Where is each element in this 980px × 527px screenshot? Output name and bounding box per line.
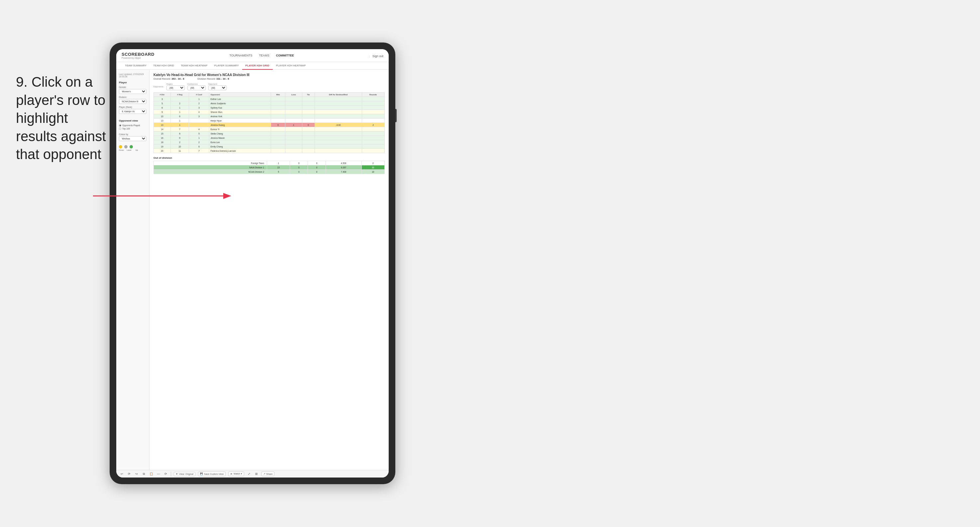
- cell-opponent: Sydney Kuo: [209, 106, 271, 110]
- overall-record-label: Overall Record: 353 - 34 - 6: [153, 77, 185, 80]
- save-icon: 💾: [200, 473, 203, 475]
- colour-by-select[interactable]: Win/loss: [119, 136, 146, 141]
- table-row[interactable]: 15 8 5 Stella Chang: [154, 132, 385, 136]
- cell-reg: [170, 97, 189, 101]
- cell-div: 15: [154, 132, 171, 136]
- col-rounds: Rounds: [362, 93, 384, 97]
- cell-win: [271, 140, 285, 144]
- opponent-select[interactable]: (All): [208, 85, 227, 90]
- gender-select[interactable]: Women's: [119, 89, 146, 94]
- grid-icon[interactable]: ⊞: [254, 471, 259, 476]
- cell-win: [271, 132, 285, 136]
- table-row[interactable]: NAIA Division 1 15 0 0 9.267 30: [154, 165, 385, 170]
- col-div: # Div: [154, 93, 171, 97]
- redo-icon[interactable]: ↪: [134, 471, 139, 476]
- table-row[interactable]: 19 10 6 Emily Chang: [154, 144, 385, 149]
- save-custom-button[interactable]: 💾 Save Custom View: [198, 471, 226, 476]
- conference-select[interactable]: (All): [187, 85, 206, 90]
- cell-win: 15: [267, 165, 290, 170]
- cell-conf: 2: [189, 101, 209, 106]
- cell-reg: 10: [170, 144, 189, 149]
- table-row[interactable]: 13 1 Heejo Hyun: [154, 119, 385, 123]
- cell-reg: 8: [170, 132, 189, 136]
- tab-team-h2h-grid[interactable]: TEAM H2H GRID: [150, 62, 177, 70]
- cell-tie: 0: [308, 170, 326, 174]
- cell-rounds: [362, 140, 384, 144]
- opponents-filter-group: Opponents:: [153, 86, 164, 88]
- tab-player-summary[interactable]: PLAYER SUMMARY: [211, 62, 242, 70]
- conference-filter-label: Conference: [187, 83, 206, 85]
- tablet-side-button: [395, 109, 397, 122]
- table-row[interactable]: 20 11 7 Federica Domecq Lacroze: [154, 149, 385, 153]
- division-record-label: Division Record: 331 - 34 - 6: [198, 77, 229, 80]
- table-row[interactable]: 18 2 2 Euna Lee: [154, 140, 385, 144]
- view-icon: 👁: [176, 473, 178, 475]
- table-row[interactable]: 14 7 4 Eunice Yi: [154, 127, 385, 132]
- tab-player-h2h-grid[interactable]: PLAYER H2H GRID: [242, 62, 273, 70]
- edit-icon[interactable]: —: [156, 471, 161, 476]
- step-number: 9.: [16, 74, 27, 90]
- cell-tie: [302, 127, 315, 132]
- tablet-frame: SCOREBOARD Powered by clippd TOURNAMENTS…: [110, 43, 395, 484]
- opponent-view-section: Opponent view Opponents Played Top 100: [119, 119, 146, 130]
- conference-filter-group: Conference (All): [187, 83, 206, 90]
- cell-tie: [302, 101, 315, 106]
- cell-tie: [302, 110, 315, 114]
- radio-opponents-played[interactable]: Opponents Played: [119, 124, 146, 127]
- cell-conf: 1: [189, 136, 209, 140]
- undo-icon[interactable]: ↩: [119, 471, 124, 476]
- nav-committee[interactable]: COMMITTEE: [276, 54, 294, 57]
- table-row[interactable]: 16 9 1 Jessica Mason: [154, 136, 385, 140]
- table-row[interactable]: 6 1 3 Sydney Kuo: [154, 106, 385, 110]
- copy-icon[interactable]: ⧉: [142, 471, 146, 476]
- cell-div: 5: [154, 101, 171, 106]
- tab-team-summary[interactable]: TEAM SUMMARY: [122, 62, 150, 70]
- table-row[interactable]: 9 1 4 Sharon Mun: [154, 110, 385, 114]
- sign-out-button[interactable]: Sign out: [372, 54, 383, 58]
- cell-rounds: [362, 106, 384, 110]
- content-area: Katelyn Vo Head-to-Head Grid for Women's…: [150, 70, 389, 470]
- cell-loss: 1: [285, 123, 302, 127]
- cell-loss: [285, 127, 302, 132]
- cell-diff: [315, 149, 362, 153]
- cell-rounds: 2: [361, 161, 384, 165]
- table-row[interactable]: NCAA Division 2 5 0 0 7.400 10: [154, 170, 385, 174]
- cell-label: NAIA Division 1: [154, 165, 267, 170]
- tab-team-h2h-heatmap[interactable]: TEAM H2H HEATMAP: [177, 62, 211, 70]
- redo-step-icon[interactable]: ⟳: [127, 471, 132, 476]
- cell-tie: [302, 136, 315, 140]
- player-rank-select[interactable]: 8. Katelyn Vo: [119, 109, 146, 114]
- table-row[interactable]: 3 1 Esther Lee: [154, 97, 385, 101]
- cell-loss: [285, 110, 302, 114]
- cell-win: [271, 119, 285, 123]
- view-original-button[interactable]: 👁 View: Original: [174, 472, 195, 476]
- instruction-body: Click on a player's row to highlight res…: [16, 74, 106, 162]
- resize-icon[interactable]: ⤢: [247, 471, 251, 476]
- division-select[interactable]: NCAA Division III: [119, 99, 146, 104]
- cell-reg: 1: [170, 123, 189, 127]
- nav-teams[interactable]: TEAMS: [259, 54, 269, 57]
- cell-div: 3: [154, 97, 171, 101]
- watch-button[interactable]: 👁 Watch ▾: [228, 471, 244, 476]
- share-button[interactable]: ↗ Share: [261, 471, 275, 476]
- highlighted-table-row[interactable]: 13 1 Jessica Huang 0 1 0 -3.00 2: [154, 123, 385, 127]
- cell-rounds: [362, 97, 384, 101]
- tablet-screen: SCOREBOARD Powered by clippd TOURNAMENTS…: [116, 49, 389, 478]
- nav-tournaments[interactable]: TOURNAMENTS: [229, 54, 252, 57]
- region-filter-label: Region: [166, 83, 185, 85]
- cell-loss: [285, 140, 302, 144]
- cell-div: 16: [154, 136, 171, 140]
- refresh-icon[interactable]: ⟳: [164, 471, 168, 476]
- radio-top100[interactable]: Top 100: [119, 127, 146, 130]
- table-row[interactable]: 5 2 2 Alexis Sudjianto: [154, 101, 385, 106]
- cell-reg: 1: [170, 106, 189, 110]
- cell-div: 14: [154, 127, 171, 132]
- clipboard-icon[interactable]: 📋: [149, 471, 153, 476]
- table-row[interactable]: Foreign Team 1 0 0 4.500 2: [154, 161, 385, 165]
- cell-loss: [285, 106, 302, 110]
- region-select[interactable]: (All): [166, 85, 185, 90]
- player-rank-label: Player (Rank): [119, 106, 146, 108]
- tab-player-h2h-heatmap[interactable]: PLAYER H2H HEATMAP: [273, 62, 309, 70]
- dot-label-up: Up: [135, 149, 138, 151]
- table-row[interactable]: 10 6 3 Andrea York: [154, 114, 385, 119]
